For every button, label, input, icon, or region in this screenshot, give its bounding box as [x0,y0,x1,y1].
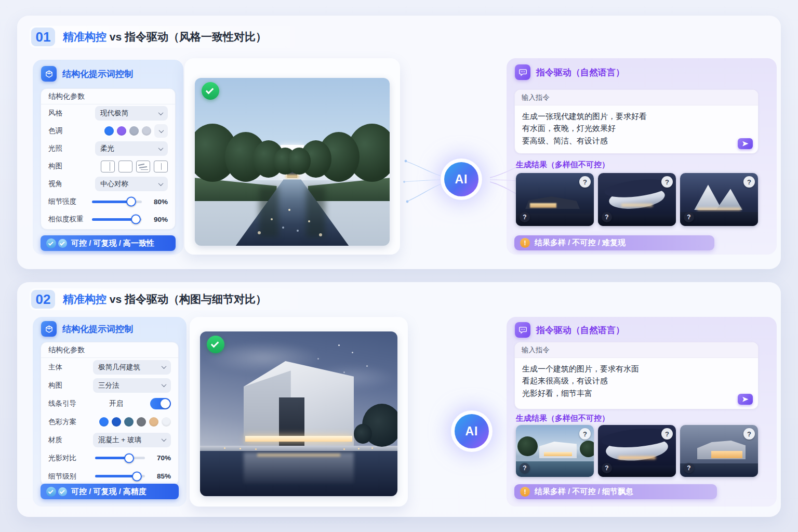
ai-label: AI [444,162,478,196]
color-swatch-empty[interactable] [162,417,171,427]
question-badge[interactable]: ? [661,176,673,188]
chevron-down-icon [162,436,167,442]
chevron-down-icon [158,181,164,186]
params-card: 结构化参数 风格 现代极简 色调 光照 柔 [41,88,176,230]
param-row-tone: 色调 [41,122,175,140]
structured-control-panel: 结构化提示词控制 结构化参数 风格 现代极简 色调 [33,60,183,255]
question-badge[interactable]: ? [520,212,530,222]
controlled-generated-image [200,331,397,496]
color-swatch[interactable] [137,417,146,427]
result-thumbnail[interactable]: ? ? [516,425,594,477]
prompt-input[interactable]: 生成一张现代建筑的图片，要求好看 有水面，夜晚，灯光效果好 要高级、简洁、有设计… [515,105,758,151]
input-label: 输入指令 [515,90,758,105]
perspective-lines-icon[interactable] [136,161,150,172]
tone-expand-button[interactable] [154,124,168,138]
paper-plane-icon [742,396,749,403]
question-badge[interactable]: ? [602,212,612,222]
check-circle-icon [46,238,56,248]
color-swatch[interactable] [112,417,121,427]
param-row-material: 材质 混凝土 + 玻璃 [41,431,178,449]
send-button[interactable] [738,394,753,405]
chat-bubble-icon [515,322,530,338]
warning-icon: ! [520,238,530,248]
full-frame-icon[interactable] [118,161,132,172]
check-circle-icon [58,487,67,496]
ai-label: AI [455,414,489,448]
question-badge[interactable]: ? [602,463,612,473]
chevron-down-icon [158,128,164,133]
check-badge [207,336,224,353]
ai-hub-badge: AI [428,145,495,213]
color-swatch[interactable] [142,126,151,136]
question-badge[interactable]: ? [743,176,755,188]
lighting-dropdown[interactable]: 柔光 [95,141,168,156]
section-title: 精准构控 vs 指令驱动（构图与细节对比） [63,290,267,309]
split-frame-icon[interactable] [101,161,115,172]
generated-image-card [184,58,400,255]
param-row-light-contrast: 光影对比 70% [41,449,178,467]
section-card-1: 01 精准构控 vs 指令驱动（风格一致性对比） 结构化提示词控制 结构化参数 … [17,16,781,269]
generated-image-card [190,317,408,507]
params-header: 结构化参数 [41,342,178,358]
prompt-input[interactable]: 生成一个建筑的图片，要求有水面 看起来很高级，有设计感 光影好看，细节丰富 [515,358,758,404]
params-header: 结构化参数 [41,89,175,104]
instruction-input-card: 输入指令 生成一张现代建筑的图片，要求好看 有水面，夜晚，灯光效果好 要高级、简… [514,89,759,154]
result-thumbnail[interactable]: ? ? [598,425,676,477]
param-row-lighting: 光照 柔光 [41,140,175,157]
center-axis-icon[interactable] [154,161,168,172]
check-circle-icon [58,239,67,248]
param-row-subject: 主体 极简几何建筑 [41,358,178,376]
result-thumbnail[interactable]: ? ? [598,173,676,226]
color-swatch[interactable] [124,417,134,427]
chevron-down-icon [162,382,167,387]
param-row-color-scheme: 色彩方案 [41,413,178,431]
controlled-generated-image [195,78,390,246]
result-thumbnail[interactable]: ? ? [516,173,594,226]
color-swatch[interactable] [99,417,109,427]
ai-hub-badge: AI [438,397,506,465]
color-swatch[interactable] [149,417,158,427]
subject-dropdown[interactable]: 极简几何建筑 [93,360,171,375]
question-badge[interactable]: ? [661,428,673,440]
param-row-composition: 构图 [41,157,175,175]
question-badge[interactable]: ? [579,428,591,440]
check-circle-icon [46,487,56,497]
style-dropdown[interactable]: 现代极简 [95,106,168,121]
section-number-badge: 01 [31,28,55,46]
question-badge[interactable]: ? [684,463,694,473]
question-badge[interactable]: ? [579,176,591,188]
uncontrollable-warning-badge: ! 结果多样 / 不可控 / 细节飘忽 [514,484,717,499]
panel-title: 结构化提示词控制 [62,68,133,80]
section-number-badge: 02 [31,290,55,309]
section-title-rest: vs 指令驱动（构图与细节对比） [107,293,267,305]
detail-level-slider[interactable] [95,475,145,477]
color-swatch[interactable] [104,126,114,136]
composition-dropdown[interactable]: 三分法 [93,378,171,393]
panel-title: 结构化提示词控制 [62,323,133,335]
light-contrast-slider[interactable] [95,457,145,459]
chevron-down-icon [162,364,167,369]
check-badge [202,82,219,100]
line-guide-toggle[interactable] [150,398,171,409]
cube-icon [41,321,57,337]
param-row-viewpoint: 视角 中心对称 [41,175,175,193]
viewpoint-dropdown[interactable]: 中心对称 [95,177,168,191]
material-dropdown[interactable]: 混凝土 + 玻璃 [93,433,171,447]
result-thumbnail[interactable]: ? ? [680,425,758,477]
param-row-composition: 构图 三分法 [41,376,178,394]
results-title: 生成结果（多样但不可控） [516,160,609,170]
question-badge[interactable]: ? [520,463,530,473]
result-thumbnail[interactable]: ? ? [680,173,758,226]
warning-icon: ! [520,487,530,497]
send-button[interactable] [738,138,753,149]
uncontrollable-warning-badge: ! 结果多样 / 不可控 / 难复现 [514,235,714,250]
panel-title: 指令驱动（自然语言） [536,324,624,336]
similarity-slider[interactable] [92,218,142,221]
section-card-2: 02 精准构控 vs 指令驱动（构图与细节对比） 结构化提示词控制 结构化参数 … [17,282,781,517]
question-badge[interactable]: ? [684,212,694,222]
color-swatch[interactable] [117,126,126,136]
question-badge[interactable]: ? [743,428,755,440]
instruction-driven-panel: 指令驱动（自然语言） 输入指令 生成一张现代建筑的图片，要求好看 有水面，夜晚，… [507,58,777,255]
color-swatch[interactable] [129,126,139,136]
detail-strength-slider[interactable] [92,201,142,203]
